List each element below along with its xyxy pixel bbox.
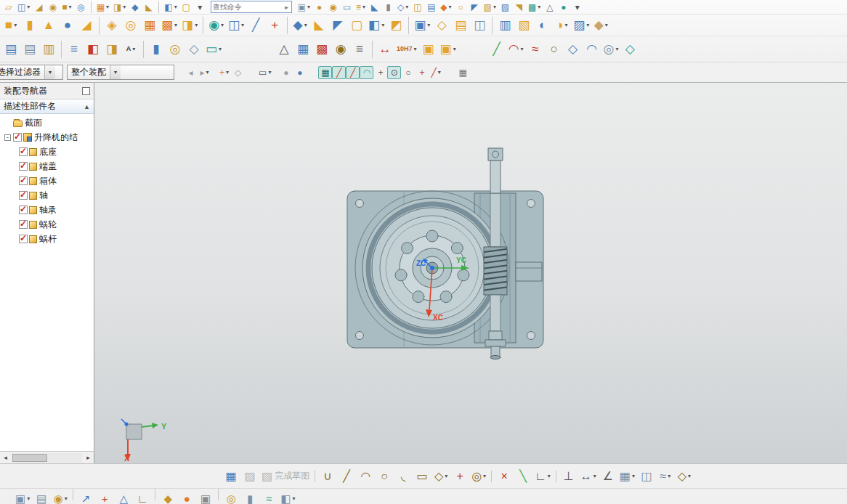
extrude[interactable]: ◢ (77, 15, 96, 35)
cone[interactable]: ▲ (39, 15, 58, 35)
component-checkbox[interactable]: ✓ (19, 162, 28, 171)
dropdown-caret-icon[interactable]: ▾ (132, 46, 135, 52)
dropdown-caret-icon[interactable]: ▾ (304, 22, 307, 28)
bounded-plane[interactable]: ◐ (533, 15, 552, 35)
selection-scope-combo[interactable]: 整个装配 ▾ (67, 65, 174, 80)
move-bottom[interactable]: ↗ (76, 489, 95, 504)
dropdown-caret-icon[interactable]: ▾ (493, 4, 496, 10)
sphere-bottom[interactable]: ● (177, 489, 196, 504)
datum-axis[interactable]: ╱ (246, 15, 265, 35)
more-surface[interactable]: ◆▾ (591, 15, 610, 35)
assembly-model[interactable] (347, 148, 543, 359)
snap-point-on-face[interactable]: ╱▾ (429, 66, 442, 79)
measure-mini[interactable]: △ (543, 1, 556, 14)
replace-face-mini[interactable]: ◥ (512, 1, 526, 14)
datum-plane-mini[interactable]: ◫▾ (15, 1, 32, 14)
arc-curve[interactable]: ◠▾ (506, 39, 526, 59)
snap-arc-center[interactable]: ⊙ (387, 66, 401, 79)
point[interactable]: ◉▾ (206, 15, 226, 35)
roles-mini[interactable]: ● (556, 1, 570, 14)
chevron-down-icon[interactable]: ▾ (110, 65, 121, 79)
route-bottom[interactable]: ≈ (259, 489, 278, 504)
dropdown-caret-icon[interactable]: ▾ (427, 22, 430, 28)
wave-geometry-linker[interactable]: ▥ (495, 15, 514, 35)
dropdown-caret-icon[interactable]: ▾ (668, 473, 670, 479)
helix-curve[interactable]: ◎▾ (601, 39, 621, 59)
hole-mini[interactable]: ◎ (74, 1, 88, 14)
solid-bottom[interactable]: ◧▾ (278, 489, 297, 504)
dropdown-caret-icon[interactable]: ▾ (195, 22, 198, 28)
tree-item-6[interactable]: ✓轴承 (0, 203, 94, 217)
snap-handles[interactable]: +▾ (217, 66, 231, 79)
tree-item-1[interactable]: -✓升降机的结 (0, 130, 94, 145)
offset-sketch[interactable]: ≈▾ (656, 466, 675, 486)
exploded-view[interactable]: ▤ (32, 489, 51, 504)
chamfer[interactable]: ◣ (309, 15, 328, 35)
trim-body[interactable]: ◧▾ (366, 15, 386, 35)
navigator-horizontal-scrollbar[interactable]: ◂ ▸ (0, 451, 94, 463)
tree-item-4[interactable]: ✓箱体 (0, 174, 94, 188)
panel-undock-icon[interactable] (82, 87, 90, 95)
draft-mini[interactable]: ◣ (368, 1, 381, 14)
assembly-arrangement[interactable]: ▣▾ (13, 489, 32, 504)
wcs-origin[interactable] (430, 266, 434, 270)
component-checkbox[interactable]: ✓ (19, 176, 28, 185)
more-curve[interactable]: ◇ (620, 39, 639, 59)
spring-tool[interactable]: ▮ (147, 39, 166, 59)
search-button-icon[interactable]: ▸ (283, 4, 290, 11)
dropdown-caret-icon[interactable]: ▾ (362, 4, 365, 10)
surface-patch[interactable]: ◇ (564, 39, 583, 59)
fillet[interactable]: ◟ (394, 466, 413, 486)
revolve-mini[interactable]: ◉ (46, 1, 60, 14)
tube-bottom[interactable]: ▮ (240, 489, 259, 504)
dropdown-caret-icon[interactable]: ▾ (69, 4, 72, 10)
spring-bottom[interactable]: ◎ (222, 489, 240, 504)
edge-blend[interactable]: ◆▾ (291, 15, 309, 35)
dropdown-caret-icon[interactable]: ▾ (219, 46, 222, 52)
dropdown-caret-icon[interactable]: ▾ (405, 4, 408, 10)
object-display[interactable]: ◨ (102, 39, 121, 59)
component-checkbox[interactable]: ✓ (19, 235, 28, 243)
command-finder-input[interactable] (213, 3, 283, 11)
trim-body-mini[interactable]: ◧▾ (162, 1, 179, 14)
scrollbar-thumb[interactable] (12, 454, 47, 462)
create-sketch-mini[interactable]: ▱ (1, 1, 15, 14)
dropdown-caret-icon[interactable]: ▾ (226, 69, 229, 76)
promote-body[interactable]: ▧ (514, 15, 533, 35)
pattern-bottom[interactable]: ◆ (158, 489, 177, 504)
mirror-curve[interactable]: ◫ (637, 466, 656, 486)
scale-body-mini[interactable]: ◆▾ (438, 1, 453, 14)
snap-intersection[interactable]: + (373, 66, 387, 79)
more-mini[interactable]: ▾ (570, 1, 584, 14)
profile[interactable]: ∪ (318, 466, 337, 486)
bridge-curve[interactable]: ◠ (583, 39, 601, 59)
quick-extend[interactable]: ╲ (514, 466, 532, 486)
studio-surface[interactable]: ▨▾ (571, 15, 591, 35)
pattern-feature[interactable]: ▦ (140, 15, 159, 35)
dropdown-caret-icon[interactable]: ▾ (605, 22, 608, 28)
dropdown-caret-icon[interactable]: ▾ (174, 4, 177, 10)
bolt-hole-table[interactable]: ◉ (331, 39, 350, 59)
sew-mini[interactable]: ◇▾ (395, 1, 410, 14)
dropdown-caret-icon[interactable]: ▾ (221, 22, 224, 28)
triad-y-arrow[interactable] (152, 423, 158, 428)
more-sketch[interactable]: ◇▾ (675, 466, 694, 486)
rectangle[interactable]: ▭ (413, 466, 431, 486)
stack-analysis[interactable]: ▣▾ (438, 39, 458, 59)
component-checkbox[interactable]: ✓ (19, 147, 28, 156)
swept[interactable]: ◈ (102, 15, 121, 35)
rib-mini[interactable]: ≡▾ (354, 1, 368, 14)
filter-forward[interactable]: ▸▾ (198, 66, 211, 79)
dropdown-caret-icon[interactable]: ▾ (564, 22, 567, 28)
shell[interactable]: ▢ (347, 15, 366, 35)
add-component-bottom[interactable]: ◉▾ (51, 489, 70, 504)
tree-expander-icon[interactable]: - (4, 134, 11, 141)
command-finder-search[interactable]: ▸ (211, 1, 292, 13)
part-family-table[interactable]: ▦ (293, 39, 312, 59)
snap-point-on-curve[interactable]: ◠ (360, 66, 373, 79)
dropdown-caret-icon[interactable]: ▾ (241, 22, 244, 28)
dimension-style[interactable]: ↔ (376, 39, 394, 59)
closed-curve[interactable]: ○ (545, 39, 564, 59)
note-editor[interactable]: ≡ (350, 39, 369, 59)
mirror-bottom[interactable]: △ (114, 489, 133, 504)
